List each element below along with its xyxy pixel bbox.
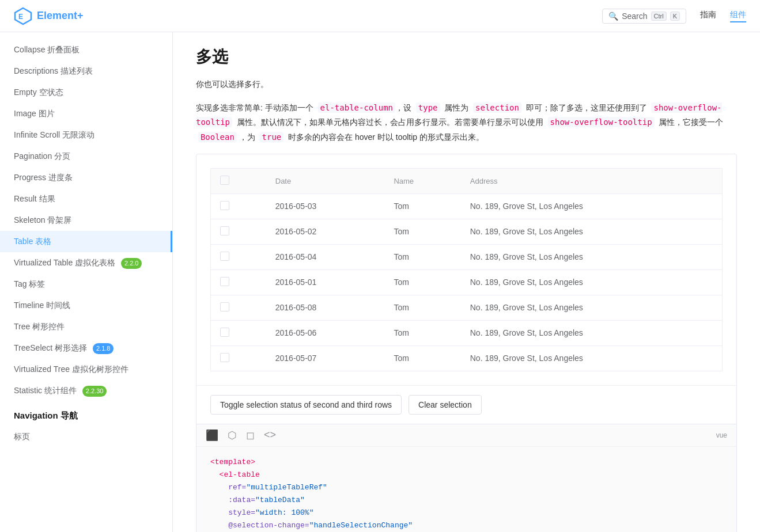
row-name-4: Tom <box>384 295 460 320</box>
sidebar-item-treeselect[interactable]: TreeSelect 树形选择 2.1.8 <box>0 337 172 359</box>
row-select-4[interactable] <box>220 302 229 311</box>
kbd-ctrl: Ctrl <box>651 12 667 21</box>
row-name-2: Tom <box>384 244 460 269</box>
code-icons: ⬛ ⬡ ◻ <> <box>206 429 276 442</box>
row-address-3: No. 189, Grove St, Los Angeles <box>461 269 723 295</box>
clear-selection-button[interactable]: Clear selection <box>409 395 482 415</box>
sidebar-item-virtualized-table[interactable]: Virtualized Table 虚拟化表格 2.2.0 <box>0 252 172 273</box>
row-select-3[interactable] <box>220 277 229 286</box>
sidebar-item-collapse[interactable]: Collapse 折叠面板 <box>0 39 172 60</box>
logo-icon: E <box>14 7 32 25</box>
row-checkbox-1 <box>211 219 266 244</box>
content: 多选 你也可以选择多行。 实现多选非常简单: 手动添加一个 el-table-c… <box>173 32 760 532</box>
col-header-checkbox <box>211 168 266 193</box>
expand-icon[interactable]: <> <box>264 429 276 442</box>
row-checkbox-0 <box>211 193 266 219</box>
codepen-icon[interactable]: ◻ <box>246 429 255 442</box>
row-name-0: Tom <box>384 193 460 219</box>
demo-box: Date Name Address 2016-05-03 Tom No. 189… <box>196 154 737 532</box>
sidebar-item-skeleton[interactable]: Skeleton 骨架屏 <box>0 210 172 231</box>
row-checkbox-5 <box>211 320 266 345</box>
nav-components[interactable]: 组件 <box>730 10 746 22</box>
row-address-4: No. 189, Grove St, Los Angeles <box>461 295 723 320</box>
table-wrapper: Date Name Address 2016-05-03 Tom No. 189… <box>196 154 736 385</box>
row-select-5[interactable] <box>220 328 229 337</box>
data-table: Date Name Address 2016-05-03 Tom No. 189… <box>210 168 723 371</box>
sidebar-item-timeline[interactable]: Timeline 时间线 <box>0 295 172 316</box>
row-name-6: Tom <box>384 345 460 371</box>
sidebar-item-virtualized-tree[interactable]: Virtualized Tree 虚拟化树形控件 <box>0 359 172 380</box>
row-date-2: 2016-05-04 <box>266 244 385 269</box>
github-icon[interactable]: ⬡ <box>228 429 237 442</box>
header: E Element+ 🔍 Search Ctrl K 指南 组件 <box>0 0 760 32</box>
sidebar: Collapse 折叠面板 Descriptions 描述列表 Empty 空状… <box>0 32 173 532</box>
row-select-0[interactable] <box>220 201 229 210</box>
sidebar-item-table[interactable]: Table 表格 <box>0 231 172 252</box>
table-row: 2016-05-08 Tom No. 189, Grove St, Los An… <box>211 295 723 320</box>
vue-badge: vue <box>716 431 727 439</box>
row-checkbox-2 <box>211 244 266 269</box>
row-address-5: No. 189, Grove St, Los Angeles <box>461 320 723 345</box>
toggle-selection-button[interactable]: Toggle selection status of second and th… <box>210 395 402 415</box>
sidebar-item-pagination[interactable]: Pagination 分页 <box>0 146 172 167</box>
row-select-1[interactable] <box>220 226 229 235</box>
sidebar-item-statistic[interactable]: Statistic 统计组件 2.2.30 <box>0 380 172 401</box>
row-address-2: No. 189, Grove St, Los Angeles <box>461 244 723 269</box>
subtitle: 你也可以选择多行。 <box>196 77 737 92</box>
row-date-5: 2016-05-06 <box>266 320 385 345</box>
nav-section-title: Navigation 导航 <box>0 401 172 426</box>
row-date-4: 2016-05-08 <box>266 295 385 320</box>
search-label: Search <box>622 12 647 21</box>
svg-text:E: E <box>18 13 23 21</box>
row-address-0: No. 189, Grove St, Los Angeles <box>461 193 723 219</box>
header-right: 🔍 Search Ctrl K 指南 组件 <box>602 9 746 24</box>
copy-code-icon[interactable]: ⬛ <box>206 429 218 442</box>
table-row: 2016-05-03 Tom No. 189, Grove St, Los An… <box>211 193 723 219</box>
col-header-date: Date <box>266 168 385 193</box>
table-row: 2016-05-01 Tom No. 189, Grove St, Los An… <box>211 269 723 295</box>
sidebar-item-empty[interactable]: Empty 空状态 <box>0 82 172 103</box>
col-header-address: Address <box>461 168 723 193</box>
row-name-1: Tom <box>384 219 460 244</box>
table-row: 2016-05-06 Tom No. 189, Grove St, Los An… <box>211 320 723 345</box>
row-address-1: No. 189, Grove St, Los Angeles <box>461 219 723 244</box>
row-checkbox-6 <box>211 345 266 371</box>
table-row: 2016-05-02 Tom No. 189, Grove St, Los An… <box>211 219 723 244</box>
sidebar-item-image[interactable]: Image 图片 <box>0 103 172 124</box>
code-block: <template> <el-table ref="multipleTableR… <box>196 447 736 532</box>
description-text: 实现多选非常简单: 手动添加一个 el-table-column，设 type … <box>196 101 737 145</box>
main-layout: Collapse 折叠面板 Descriptions 描述列表 Empty 空状… <box>0 32 760 532</box>
row-date-1: 2016-05-02 <box>266 219 385 244</box>
sidebar-item-nav-placeholder[interactable]: 标页 <box>0 426 172 447</box>
kbd-k: K <box>670 12 680 21</box>
table-row: 2016-05-04 Tom No. 189, Grove St, Los An… <box>211 244 723 269</box>
row-address-6: No. 189, Grove St, Los Angeles <box>461 345 723 371</box>
search-box[interactable]: 🔍 Search Ctrl K <box>602 9 686 24</box>
row-checkbox-3 <box>211 269 266 295</box>
search-icon: 🔍 <box>608 12 618 21</box>
logo-text: Element+ <box>37 10 84 22</box>
sidebar-item-infinite-scroll[interactable]: Infinite Scroll 无限滚动 <box>0 124 172 146</box>
header-logo: E Element+ <box>14 7 84 25</box>
sidebar-item-tag[interactable]: Tag 标签 <box>0 273 172 295</box>
sidebar-item-progress[interactable]: Progress 进度条 <box>0 167 172 188</box>
header-nav: 指南 组件 <box>700 10 746 22</box>
select-all-checkbox[interactable] <box>220 176 229 185</box>
sidebar-item-result[interactable]: Result 结果 <box>0 188 172 210</box>
page-title: 多选 <box>196 46 737 68</box>
sidebar-item-tree[interactable]: Tree 树形控件 <box>0 316 172 337</box>
sidebar-item-descriptions[interactable]: Descriptions 描述列表 <box>0 60 172 82</box>
badge-statistic: 2.2.30 <box>82 386 107 397</box>
table-row: 2016-05-07 Tom No. 189, Grove St, Los An… <box>211 345 723 371</box>
row-date-6: 2016-05-07 <box>266 345 385 371</box>
button-row: Toggle selection status of second and th… <box>196 385 736 424</box>
nav-guide[interactable]: 指南 <box>700 10 716 22</box>
row-select-6[interactable] <box>220 353 229 362</box>
col-header-name: Name <box>384 168 460 193</box>
badge-virtualized-table: 2.2.0 <box>121 258 142 269</box>
code-toolbar: ⬛ ⬡ ◻ <> vue <box>196 424 736 447</box>
row-select-2[interactable] <box>220 252 229 261</box>
row-date-3: 2016-05-01 <box>266 269 385 295</box>
row-date-0: 2016-05-03 <box>266 193 385 219</box>
badge-treeselect: 2.1.8 <box>93 343 114 354</box>
